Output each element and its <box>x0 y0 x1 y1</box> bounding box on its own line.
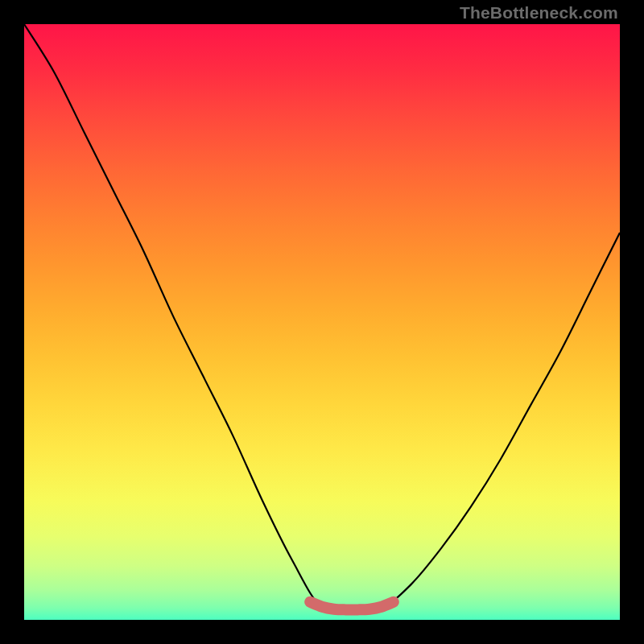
chart-plot-area <box>24 24 620 620</box>
bottleneck-curve-line <box>24 24 620 612</box>
chart-container: TheBottleneck.com <box>0 0 644 644</box>
watermark-text: TheBottleneck.com <box>460 3 618 23</box>
chart-svg <box>24 24 620 620</box>
optimal-plateau-highlight <box>310 602 394 610</box>
